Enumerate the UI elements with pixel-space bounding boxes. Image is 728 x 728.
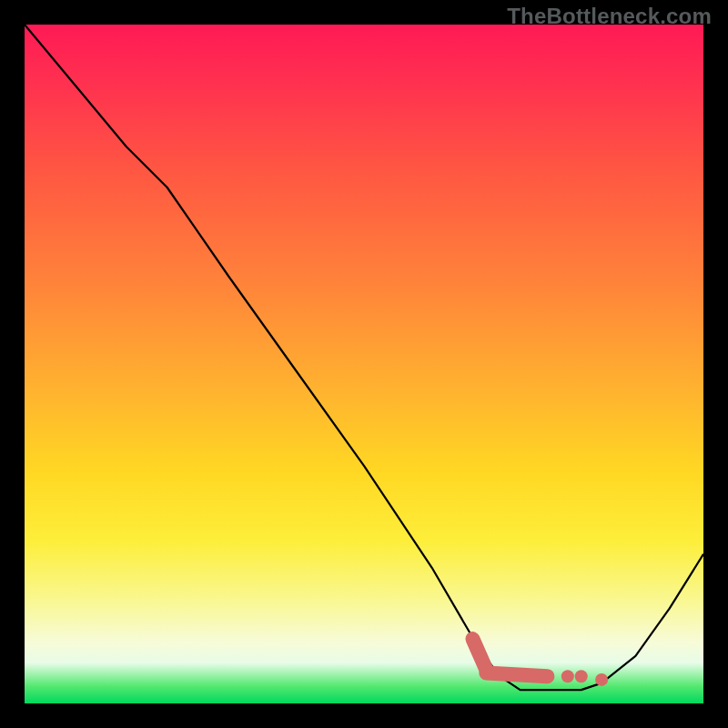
highlight-dot-1	[575, 670, 588, 682]
highlight-seg-0	[472, 639, 486, 670]
highlight-group	[472, 639, 608, 686]
watermark-text: TheBottleneck.com	[507, 4, 712, 29]
chart-frame: TheBottleneck.com	[0, 0, 728, 728]
highlight-dot-2	[595, 673, 608, 686]
plot-area	[25, 25, 703, 703]
highlight-dot-0	[561, 670, 574, 682]
curve-svg	[25, 25, 703, 703]
bottleneck-curve	[25, 25, 703, 690]
highlight-seg-1	[486, 672, 547, 676]
